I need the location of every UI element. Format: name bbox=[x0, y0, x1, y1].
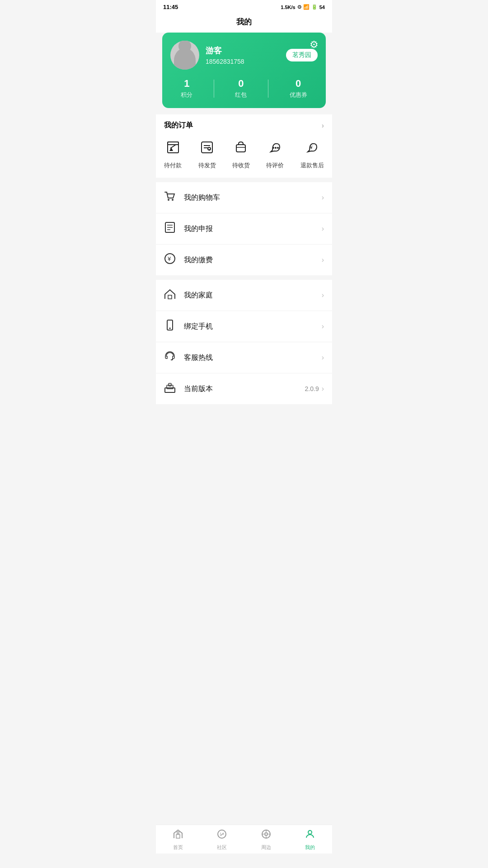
profile-top: 游客 18562831758 茗秀园 bbox=[170, 41, 318, 70]
stat-divider-1 bbox=[214, 80, 214, 98]
pending-receive-icon bbox=[234, 140, 248, 158]
orders-title: 我的订单 bbox=[164, 121, 193, 130]
tag-button[interactable]: 茗秀园 bbox=[286, 49, 318, 61]
battery-level: 54 bbox=[319, 5, 325, 10]
status-right: 1.5K/s ⊙ 📶 🔋 54 bbox=[281, 4, 325, 10]
cart-chevron: › bbox=[322, 193, 324, 202]
profile-info: 游客 18562831758 bbox=[206, 45, 280, 65]
svg-rect-1 bbox=[168, 142, 178, 153]
report-icon bbox=[164, 222, 179, 236]
pending-receive-label: 待收货 bbox=[232, 161, 250, 170]
battery-icon: 🔋 bbox=[311, 4, 318, 10]
svg-point-10 bbox=[272, 147, 274, 149]
family-label: 我的家庭 bbox=[184, 291, 322, 300]
payment-icon: ¥ bbox=[164, 253, 179, 267]
profile-name: 游客 bbox=[206, 45, 280, 56]
menu-group-2: 我的家庭 › 绑定手机 › 客服热线 › bbox=[156, 280, 332, 404]
family-icon bbox=[164, 288, 179, 302]
stat-divider-2 bbox=[268, 80, 268, 98]
version-label: 当前版本 bbox=[184, 384, 305, 394]
bind-phone-label: 绑定手机 bbox=[184, 322, 322, 331]
pending-review-label: 待评价 bbox=[266, 161, 284, 170]
menu-item-family[interactable]: 我的家庭 › bbox=[156, 280, 332, 311]
svg-marker-3 bbox=[169, 147, 173, 151]
menu-item-cart[interactable]: 我的购物车 › bbox=[156, 182, 332, 213]
svg-point-11 bbox=[275, 147, 277, 149]
svg-point-7 bbox=[208, 147, 211, 150]
network-speed: 1.5K/s bbox=[281, 5, 295, 10]
avatar-silhouette bbox=[174, 48, 196, 70]
report-label: 我的申报 bbox=[184, 224, 322, 234]
cart-label: 我的购物车 bbox=[184, 193, 319, 203]
svg-rect-8 bbox=[236, 145, 245, 152]
profile-card: ⚙ 游客 18562831758 茗秀园 1 积分 0 红包 0 bbox=[162, 33, 326, 108]
version-value: 2.0.9 bbox=[305, 385, 319, 392]
order-pending-receive[interactable]: 待收货 bbox=[232, 140, 250, 170]
orders-header[interactable]: 我的订单 › bbox=[156, 114, 332, 137]
order-icons-row: 待付款 待发货 bbox=[156, 137, 332, 178]
service-label: 客服热线 bbox=[184, 353, 322, 363]
page-title: 我的 bbox=[156, 12, 332, 33]
version-icon bbox=[164, 382, 179, 396]
signal-icon: 📶 bbox=[303, 4, 310, 10]
network-icon: ⊙ bbox=[297, 4, 301, 10]
refund-label: 退款售后 bbox=[300, 161, 324, 170]
menu-item-version[interactable]: 当前版本 2.0.9 › bbox=[156, 373, 332, 404]
order-refund[interactable]: ¥ 退款售后 bbox=[300, 140, 324, 170]
avatar[interactable] bbox=[170, 41, 199, 70]
order-pending-review[interactable]: 待评价 bbox=[266, 140, 284, 170]
pending-payment-icon bbox=[166, 140, 180, 158]
stat-points-value: 1 bbox=[181, 78, 192, 90]
family-chevron: › bbox=[322, 291, 324, 299]
order-pending-payment[interactable]: 待付款 bbox=[164, 140, 182, 170]
orders-chevron: › bbox=[322, 122, 324, 130]
stat-coupon[interactable]: 0 优惠券 bbox=[290, 78, 307, 99]
refund-icon: ¥ bbox=[305, 140, 319, 158]
stat-redpack[interactable]: 0 红包 bbox=[235, 78, 247, 99]
stat-points-label: 积分 bbox=[181, 91, 192, 99]
svg-text:¥: ¥ bbox=[310, 145, 313, 150]
service-chevron: › bbox=[322, 354, 324, 362]
status-bar: 11:45 1.5K/s ⊙ 📶 🔋 54 bbox=[156, 0, 332, 12]
report-chevron: › bbox=[322, 225, 324, 233]
svg-rect-22 bbox=[168, 295, 172, 299]
stat-points[interactable]: 1 积分 bbox=[181, 78, 192, 99]
stat-redpack-value: 0 bbox=[235, 78, 247, 90]
stats-row: 1 积分 0 红包 0 优惠券 bbox=[170, 78, 318, 99]
phone-chevron: › bbox=[322, 322, 324, 330]
menu-group-1: 我的购物车 › 我的申报 › ¥ 我的缴 bbox=[156, 182, 332, 275]
stat-coupon-value: 0 bbox=[290, 78, 307, 90]
settings-button[interactable]: ⚙ bbox=[310, 39, 319, 51]
menu-item-phone[interactable]: 绑定手机 › bbox=[156, 311, 332, 342]
service-icon bbox=[164, 350, 179, 365]
stat-coupon-label: 优惠券 bbox=[290, 91, 307, 99]
stat-redpack-label: 红包 bbox=[235, 91, 247, 99]
svg-point-15 bbox=[172, 199, 174, 201]
svg-rect-29 bbox=[169, 383, 171, 386]
cart-icon bbox=[164, 190, 179, 205]
pending-review-icon bbox=[268, 140, 282, 158]
pending-ship-label: 待发货 bbox=[198, 161, 216, 170]
pending-payment-label: 待付款 bbox=[164, 161, 182, 170]
order-pending-ship[interactable]: 待发货 bbox=[198, 140, 216, 170]
profile-phone: 18562831758 bbox=[206, 58, 280, 65]
orders-section: 我的订单 › 待付款 bbox=[156, 114, 332, 178]
payment-chevron: › bbox=[322, 256, 324, 264]
menu-item-payment[interactable]: ¥ 我的缴费 › bbox=[156, 245, 332, 275]
svg-point-14 bbox=[168, 199, 169, 201]
status-time: 11:45 bbox=[163, 4, 178, 10]
payment-label: 我的缴费 bbox=[184, 255, 322, 265]
menu-item-service[interactable]: 客服热线 › bbox=[156, 342, 332, 373]
svg-point-12 bbox=[277, 147, 279, 149]
phone-icon bbox=[164, 319, 179, 334]
svg-text:¥: ¥ bbox=[167, 255, 171, 262]
menu-item-report[interactable]: 我的申报 › bbox=[156, 213, 332, 245]
version-chevron: › bbox=[322, 385, 324, 393]
pending-ship-icon bbox=[200, 140, 214, 158]
